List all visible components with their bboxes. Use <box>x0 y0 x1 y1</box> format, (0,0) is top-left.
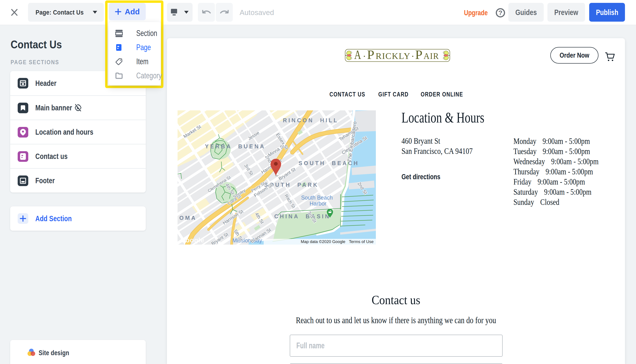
svg-text:OMA: OMA <box>179 215 197 221</box>
svg-text:RICKLY: RICKLY <box>376 51 410 61</box>
svg-text:P: P <box>415 49 422 62</box>
svg-text:South Beach: South Beach <box>301 194 333 201</box>
svg-text:Map data ©2020 Google: Map data ©2020 Google <box>301 239 345 244</box>
svg-text:CHINA BASIN: CHINA BASIN <box>274 213 331 220</box>
svg-text:Terms of Use: Terms of Use <box>349 239 374 244</box>
svg-text:AIR: AIR <box>424 51 439 61</box>
svg-text:RINCON HILL: RINCON HILL <box>283 117 339 124</box>
svg-text:Harbor: Harbor <box>310 200 326 206</box>
svg-text:A: A <box>354 49 361 62</box>
svg-text:Google: Google <box>180 236 204 244</box>
svg-text:YERBA BUENA: YERBA BUENA <box>205 143 265 150</box>
svg-text:P: P <box>367 49 374 62</box>
